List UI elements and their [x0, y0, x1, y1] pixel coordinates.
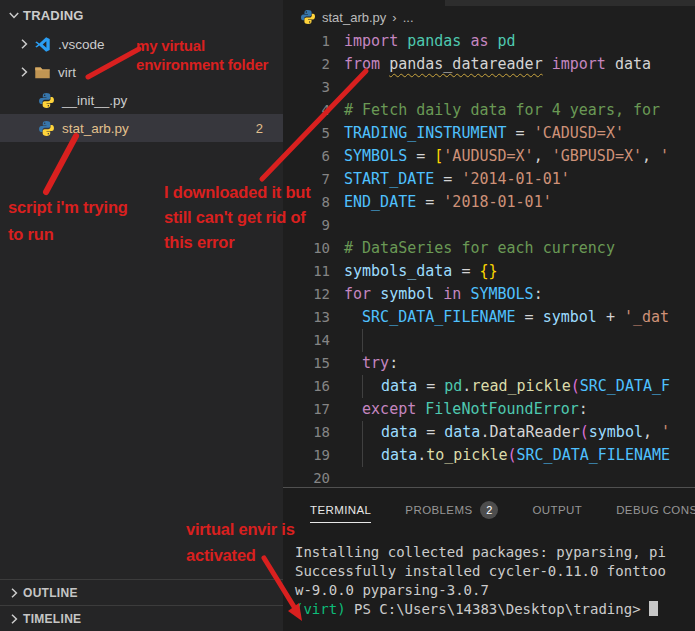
tree-item-label: stat_arb.py	[62, 121, 129, 136]
code-token	[344, 446, 362, 464]
code-token: (	[508, 446, 517, 464]
code-line[interactable]: 2from pandas_datareader import data	[283, 53, 695, 76]
code-token: read_pickle	[471, 377, 570, 395]
code-line[interactable]: 19 data.to_pickle(SRC_DATA_FILENAME	[283, 444, 695, 467]
code-line[interactable]: 18 data = data.DataReader(symbol, '	[283, 421, 695, 444]
line-number: 6	[283, 145, 330, 168]
code-line[interactable]: 15 try:	[283, 352, 695, 375]
problems-badge: 2	[480, 501, 498, 519]
code-token: SRC_DATA_FILENAME	[517, 446, 671, 464]
code-text: START_DATE = '2014-01-01'	[330, 170, 570, 188]
code-text: data = data.DataReader(symbol, '	[330, 423, 670, 441]
code-line[interactable]: 1import pandas as pd	[283, 30, 695, 53]
tree-item-init-py[interactable]: __init__.py	[0, 86, 283, 114]
code-token: '2018-01-01'	[443, 193, 551, 211]
code-line[interactable]: 9	[283, 214, 695, 237]
code-line[interactable]: 6SYMBOLS = ['AUDUSD=X', 'GBPUSD=X', '	[283, 145, 695, 168]
panel-tab-terminal[interactable]: TERMINAL	[310, 497, 371, 523]
code-token	[344, 331, 362, 349]
panel-tab-output[interactable]: OUTPUT	[532, 497, 582, 522]
code-token: [	[434, 147, 443, 165]
code-line[interactable]: 7START_DATE = '2014-01-01'	[283, 168, 695, 191]
code-token	[344, 423, 362, 441]
code-text: data = pd.read_pickle(SRC_DATA_F	[330, 377, 670, 395]
explorer-root-label: TRADING	[23, 8, 84, 23]
terminal-line: (virt) PS C:\Users\14383\Desktop\trading…	[295, 600, 695, 619]
code-line[interactable]: 13 SRC_DATA_FILENAME = symbol + '_dat	[283, 306, 695, 329]
terminal-output[interactable]: Installing collected packages: pyparsing…	[283, 523, 695, 619]
folder-icon	[34, 64, 51, 81]
terminal-panel: TERMINALPROBLEMS2OUTPUTDEBUG CONSOLE Ins…	[283, 487, 695, 631]
breadcrumb: stat_arb.py › ...	[283, 7, 695, 27]
code-line[interactable]: 14	[283, 329, 695, 352]
code-token: '_dat	[624, 308, 669, 326]
code-token: '	[661, 423, 670, 441]
code-token: data	[381, 423, 417, 441]
code-token: =	[516, 308, 543, 326]
code-token: =	[452, 262, 479, 280]
chevron-down-icon	[5, 7, 23, 23]
code-line[interactable]: 17 except FileNotFoundError:	[283, 398, 695, 421]
code-token: =	[417, 377, 444, 395]
line-number: 14	[283, 329, 330, 352]
venv-prefix: (virt)	[295, 601, 346, 617]
code-text: data.to_pickle(SRC_DATA_FILENAME	[330, 446, 670, 464]
sidebar-section-outline[interactable]: OUTLINE	[0, 579, 283, 605]
code-token: pd	[498, 32, 516, 50]
code-text: symbols_data = {}	[330, 262, 498, 280]
code-text: END_DATE = '2018-01-01'	[330, 193, 552, 211]
code-token: in	[434, 285, 470, 303]
annotation-venv-activated: virtual envir isactivated	[186, 516, 295, 568]
code-token: SYMBOLS	[344, 147, 407, 165]
chevron-right-icon	[14, 36, 34, 52]
breadcrumb-file[interactable]: stat_arb.py	[322, 10, 386, 25]
panel-tab-label: TERMINAL	[310, 504, 371, 516]
explorer-section-trading[interactable]: TRADING	[0, 0, 283, 30]
annotation-virtual-env-folder: my virtualenvironment folder	[136, 36, 268, 74]
code-token: FileNotFoundError	[425, 400, 579, 418]
code-token: symbol	[589, 423, 643, 441]
code-token: from	[344, 55, 389, 73]
line-number: 3	[283, 76, 330, 99]
line-number: 17	[283, 398, 330, 421]
code-token: =	[417, 423, 444, 441]
breadcrumb-more[interactable]: ...	[403, 10, 414, 25]
code-token: pd	[444, 377, 462, 395]
annotation-line: I downloaded it but	[164, 180, 311, 205]
code-line[interactable]: 10# DataSeries for each currency	[283, 237, 695, 260]
code-editor[interactable]: stat_arb.py › ... 1import pandas as pd2f…	[283, 0, 695, 488]
code-text	[330, 469, 344, 487]
sidebar-section-timeline[interactable]: TIMELINE	[0, 605, 283, 631]
code-token: SRC_DATA_F	[580, 377, 670, 395]
code-token	[344, 377, 362, 395]
panel-tab-problems[interactable]: PROBLEMS2	[405, 497, 498, 522]
code-token: ,	[643, 423, 661, 441]
code-line[interactable]: 12for symbol in SYMBOLS:	[283, 283, 695, 306]
code-line[interactable]: 16 data = pd.read_pickle(SRC_DATA_F	[283, 375, 695, 398]
code-token: '	[660, 147, 669, 165]
code-token: TRADING_INSTRUMENT	[344, 124, 507, 142]
code-text: SRC_DATA_FILENAME = symbol + '_dat	[330, 308, 669, 326]
code-token: to_pickle	[426, 446, 507, 464]
code-text: SYMBOLS = ['AUDUSD=X', 'GBPUSD=X', '	[330, 147, 669, 165]
line-number: 12	[283, 283, 330, 306]
code-line[interactable]: 5TRADING_INSTRUMENT = 'CADUSD=X'	[283, 122, 695, 145]
code-line[interactable]: 3	[283, 76, 695, 99]
indent-guide	[362, 421, 381, 444]
code-line[interactable]: 11symbols_data = {}	[283, 260, 695, 283]
panel-tab-label: OUTPUT	[532, 504, 582, 516]
tree-item-label: virt	[58, 65, 76, 80]
code-token: 'GBPUSD=X'	[552, 147, 642, 165]
code-token: SYMBOLS	[470, 285, 533, 303]
code-line[interactable]: 8END_DATE = '2018-01-01'	[283, 191, 695, 214]
code-text	[330, 216, 344, 234]
chevron-right-icon	[5, 585, 23, 601]
code-line[interactable]: 4# Fetch daily data for 4 years, for	[283, 99, 695, 122]
tree-item-stat-arb-py[interactable]: stat_arb.py2	[0, 114, 283, 142]
panel-tab-debug-console[interactable]: DEBUG CONSOLE	[616, 497, 695, 522]
panel-tab-label: PROBLEMS	[405, 504, 472, 516]
code-line[interactable]: 20	[283, 467, 695, 488]
code-token: ,	[642, 147, 660, 165]
code-area[interactable]: 1import pandas as pd2from pandas_datarea…	[283, 30, 695, 488]
timeline-label: TIMELINE	[23, 612, 81, 626]
